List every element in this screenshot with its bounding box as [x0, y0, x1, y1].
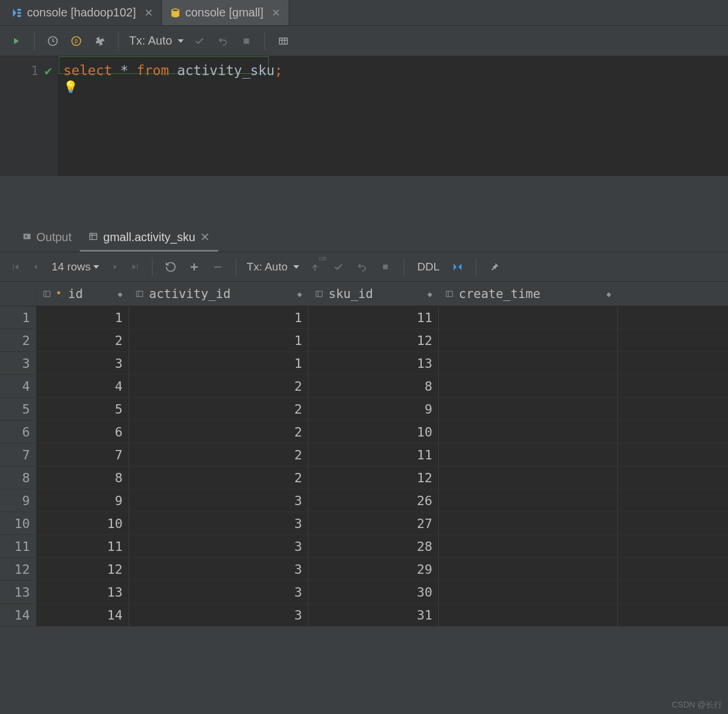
table-row[interactable]: 4428 [0, 375, 728, 398]
rows-count-dropdown[interactable]: 14 rows [47, 260, 104, 273]
cell-sku-id[interactable]: 9 [309, 398, 439, 420]
cell-activity-id[interactable]: 3 [129, 512, 309, 534]
submit-button[interactable]: DB [305, 257, 325, 277]
cell-id[interactable]: 11 [36, 535, 129, 557]
first-page-button[interactable] [7, 259, 23, 275]
cell-create-time[interactable] [439, 329, 618, 351]
cell-id[interactable]: 14 [36, 604, 129, 626]
cell-sku-id[interactable]: 31 [309, 604, 439, 626]
commit-button[interactable] [329, 257, 348, 277]
view-as-table-button[interactable] [273, 31, 293, 51]
add-row-button[interactable] [184, 257, 204, 277]
prev-page-button[interactable] [27, 259, 43, 275]
cell-create-time[interactable] [439, 489, 618, 512]
settings-button[interactable] [90, 31, 110, 51]
cell-id[interactable]: 3 [36, 352, 129, 374]
cell-create-time[interactable] [439, 558, 618, 580]
cell-create-time[interactable] [439, 398, 618, 420]
cell-sku-id[interactable]: 30 [309, 581, 439, 603]
cell-sku-id[interactable]: 28 [309, 535, 439, 557]
history-button[interactable] [43, 31, 63, 51]
close-icon[interactable]: ✕ [200, 230, 210, 244]
close-icon[interactable]: ✕ [272, 6, 280, 19]
cell-activity-id[interactable]: 1 [129, 329, 309, 351]
next-page-button[interactable] [107, 259, 124, 275]
table-row[interactable]: 99326 [0, 489, 728, 512]
table-row[interactable]: 77211 [0, 444, 728, 466]
cell-id[interactable]: 1 [36, 306, 129, 329]
table-row[interactable]: 1313330 [0, 581, 728, 604]
run-button[interactable] [6, 31, 26, 51]
cell-sku-id[interactable]: 12 [309, 329, 439, 351]
rollback-button[interactable] [352, 257, 372, 277]
cancel-query-button[interactable] [236, 31, 256, 51]
cell-create-time[interactable] [439, 421, 618, 443]
tx-mode-dropdown[interactable]: Tx: Auto [245, 260, 302, 273]
cell-id[interactable]: 5 [36, 398, 129, 420]
rollback-button[interactable] [213, 31, 233, 51]
cell-activity-id[interactable]: 3 [129, 558, 309, 580]
run-line-icon[interactable]: ✔ [45, 63, 52, 78]
cell-create-time[interactable] [439, 512, 618, 534]
cell-id[interactable]: 4 [36, 375, 129, 397]
cell-sku-id[interactable]: 13 [309, 352, 439, 374]
reload-button[interactable] [161, 257, 181, 277]
cell-create-time[interactable] [439, 604, 618, 626]
cell-activity-id[interactable]: 3 [129, 604, 309, 626]
tab-result-set[interactable]: gmall.activity_sku ✕ [80, 226, 218, 252]
intention-bulb-icon[interactable]: 💡 [63, 80, 78, 94]
cell-id[interactable]: 7 [36, 444, 129, 466]
cell-sku-id[interactable]: 26 [309, 489, 439, 512]
table-row[interactable]: 11111 [0, 306, 728, 329]
cell-activity-id[interactable]: 2 [129, 466, 309, 489]
cell-activity-id[interactable]: 1 [129, 306, 309, 329]
cell-activity-id[interactable]: 1 [129, 352, 309, 374]
cell-id[interactable]: 12 [36, 558, 129, 580]
table-row[interactable]: 33113 [0, 352, 728, 375]
table-row[interactable]: 66210 [0, 421, 728, 444]
cell-create-time[interactable] [439, 535, 618, 557]
ddl-button[interactable]: DDL [412, 260, 444, 273]
cell-id[interactable]: 9 [36, 489, 129, 512]
compare-button[interactable] [448, 257, 468, 277]
table-row[interactable]: 88212 [0, 466, 728, 489]
pin-button[interactable] [485, 257, 504, 277]
cell-sku-id[interactable]: 12 [309, 466, 439, 489]
explain-plan-button[interactable]: p [66, 31, 86, 51]
cell-activity-id[interactable]: 3 [129, 581, 309, 603]
cell-sku-id[interactable]: 27 [309, 512, 439, 534]
results-grid[interactable]: id ◆ activity_id ◆ sku_id ◆ create_time … [0, 282, 728, 627]
cell-activity-id[interactable]: 3 [129, 535, 309, 557]
cell-activity-id[interactable]: 2 [129, 398, 309, 420]
table-row[interactable]: 22112 [0, 329, 728, 352]
tab-console-gmall[interactable]: console [gmall] ✕ [162, 0, 289, 25]
cell-id[interactable]: 10 [36, 512, 129, 534]
cell-sku-id[interactable]: 8 [309, 375, 439, 397]
column-header-id[interactable]: id ◆ [36, 282, 129, 306]
cell-activity-id[interactable]: 3 [129, 489, 309, 512]
cell-create-time[interactable] [439, 306, 618, 329]
cell-sku-id[interactable]: 11 [309, 306, 439, 329]
table-row[interactable]: 1414331 [0, 604, 728, 627]
cell-create-time[interactable] [439, 375, 618, 397]
cell-id[interactable]: 6 [36, 421, 129, 443]
cell-sku-id[interactable]: 29 [309, 558, 439, 580]
column-header-sku-id[interactable]: sku_id ◆ [309, 282, 439, 306]
cell-id[interactable]: 8 [36, 466, 129, 489]
cell-id[interactable]: 2 [36, 329, 129, 351]
column-header-create-time[interactable]: create_time ◆ [439, 282, 618, 306]
cell-activity-id[interactable]: 2 [129, 421, 309, 443]
cell-activity-id[interactable]: 2 [129, 375, 309, 397]
tx-mode-dropdown[interactable]: Tx: Auto [127, 34, 186, 48]
cell-id[interactable]: 13 [36, 581, 129, 603]
cell-create-time[interactable] [439, 466, 618, 489]
tab-console-hadoop102[interactable]: console [hadoop102] ✕ [4, 0, 162, 25]
table-row[interactable]: 5529 [0, 398, 728, 421]
commit-button[interactable] [189, 31, 209, 51]
cell-sku-id[interactable]: 10 [309, 421, 439, 443]
cell-sku-id[interactable]: 11 [309, 444, 439, 466]
table-row[interactable]: 1010327 [0, 512, 728, 535]
sql-editor[interactable]: 1 ✔ select * from activity_sku; 💡 [0, 56, 728, 176]
last-page-button[interactable] [127, 259, 144, 275]
cell-create-time[interactable] [439, 444, 618, 466]
